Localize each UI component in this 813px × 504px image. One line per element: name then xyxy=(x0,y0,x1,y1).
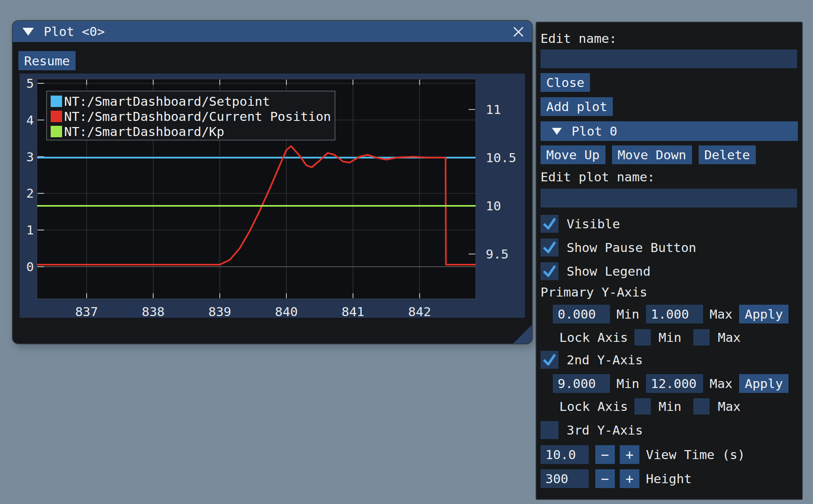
second-y-axis-label: 2nd Y-Axis xyxy=(567,352,643,367)
collapse-arrow-icon[interactable] xyxy=(22,28,34,36)
show-pause-checkbox[interactable] xyxy=(541,239,558,256)
show-legend-label: Show Legend xyxy=(567,264,650,279)
primary-max-label: Max xyxy=(710,307,733,321)
second-max-label: Max xyxy=(710,376,733,391)
y2-axis-tick-label: 10.5 xyxy=(486,150,516,165)
legend-label: NT:/SmartDashboard/Setpoint xyxy=(64,94,270,109)
close-icon[interactable] xyxy=(511,25,525,39)
height-input[interactable] xyxy=(541,469,589,488)
plot-window-titlebar[interactable]: Plot <0> xyxy=(13,21,532,42)
plot0-header-label: Plot 0 xyxy=(572,124,617,138)
edit-plot-name-input[interactable] xyxy=(541,189,797,207)
move-up-button[interactable]: Move Up xyxy=(541,145,605,164)
legend-item[interactable]: NT:/SmartDashboard/Current Position xyxy=(47,109,335,124)
view-time-label: View Time (s) xyxy=(646,447,745,462)
close-button[interactable]: Close xyxy=(541,73,590,92)
primary-lock-axis-label: Lock Axis xyxy=(559,330,628,345)
legend-swatch-icon xyxy=(51,96,62,107)
y-axis-tick-label: 5 xyxy=(13,76,34,91)
x-axis-tick-label: 839 xyxy=(208,304,231,319)
primary-y-axis-label: Primary Y-Axis xyxy=(541,285,798,299)
legend-label: NT:/SmartDashboard/Kp xyxy=(64,124,224,139)
y2-axis-tick-label: 11 xyxy=(486,102,501,117)
y2-axis-tick-label: 9.5 xyxy=(486,247,509,261)
third-y-axis-checkbox[interactable] xyxy=(541,421,558,439)
x-axis-tick-label: 842 xyxy=(408,304,431,319)
height-decrement-button[interactable]: − xyxy=(595,469,615,488)
delete-button[interactable]: Delete xyxy=(699,145,756,164)
check-icon xyxy=(541,215,558,233)
edit-name-label: Edit name: xyxy=(541,31,798,45)
view-time-input[interactable] xyxy=(541,445,589,464)
y2-axis-tick-label: 10 xyxy=(486,198,501,213)
second-lock-axis-label: Lock Axis xyxy=(559,399,628,414)
y-axis-tick-label: 3 xyxy=(13,149,34,164)
close-x-glyph xyxy=(512,25,525,38)
view-time-decrement-button[interactable]: − xyxy=(595,445,615,464)
x-axis-tick-label: 837 xyxy=(75,304,98,319)
plot-canvas[interactable]: NT:/SmartDashboard/SetpointNT:/SmartDash… xyxy=(37,79,476,299)
y-axis-tick-label: 4 xyxy=(13,113,34,127)
check-icon xyxy=(541,351,558,369)
second-max-input[interactable] xyxy=(646,374,703,393)
x-axis-tick-label: 838 xyxy=(142,304,165,319)
plot-settings-panel: Edit name: Close Add plot Plot 0 Move Up… xyxy=(536,22,802,499)
plot-frame: NT:/SmartDashboard/SetpointNT:/SmartDash… xyxy=(20,74,525,318)
move-down-button[interactable]: Move Down xyxy=(612,145,692,164)
plot0-header[interactable]: Plot 0 xyxy=(541,121,798,141)
resize-grip[interactable] xyxy=(513,325,532,343)
view-time-increment-button[interactable]: + xyxy=(620,445,639,464)
show-pause-label: Show Pause Button xyxy=(567,240,696,255)
primary-min-label: Min xyxy=(616,307,639,321)
plot-legend: NT:/SmartDashboard/SetpointNT:/SmartDash… xyxy=(46,91,335,140)
height-increment-button[interactable]: + xyxy=(620,469,639,488)
x-axis-tick-label: 840 xyxy=(275,304,298,319)
add-plot-button[interactable]: Add plot xyxy=(541,97,613,116)
visible-label: Visible xyxy=(567,216,620,231)
legend-swatch-icon xyxy=(51,111,62,122)
resume-button[interactable]: Resume xyxy=(18,51,76,70)
second-lock-max-checkbox[interactable] xyxy=(693,398,710,415)
legend-label: NT:/SmartDashboard/Current Position xyxy=(64,109,331,124)
plot-window-title: Plot <0> xyxy=(44,24,105,39)
third-y-axis-label: 3rd Y-Axis xyxy=(567,423,643,437)
visible-checkbox[interactable] xyxy=(541,215,558,233)
primary-lock-max-checkbox[interactable] xyxy=(693,329,710,346)
second-lock-min-label: Min xyxy=(659,399,681,414)
primary-lock-max-label: Max xyxy=(718,330,741,345)
second-min-input[interactable] xyxy=(553,374,610,393)
second-y-axis-checkbox[interactable] xyxy=(541,351,558,369)
primary-lock-min-checkbox[interactable] xyxy=(634,329,651,346)
legend-swatch-icon xyxy=(51,126,62,137)
primary-lock-min-label: Min xyxy=(659,330,681,345)
primary-min-input[interactable] xyxy=(553,305,610,323)
plot-window: Plot <0> Resume NT:/SmartDashboard/Setpo… xyxy=(13,21,532,343)
desktop: Plot <0> Resume NT:/SmartDashboard/Setpo… xyxy=(0,0,813,504)
legend-item[interactable]: NT:/SmartDashboard/Kp xyxy=(47,124,335,139)
collapse-arrow-icon xyxy=(552,128,562,135)
show-legend-checkbox[interactable] xyxy=(541,262,558,280)
y-axis-tick-label: 2 xyxy=(13,186,34,201)
check-icon xyxy=(541,262,558,280)
height-label: Height xyxy=(646,471,692,486)
y-axis-tick-label: 1 xyxy=(13,223,34,237)
check-icon xyxy=(541,239,558,256)
edit-name-input[interactable] xyxy=(541,49,797,68)
y-axis-tick-label: 0 xyxy=(13,259,34,274)
primary-apply-button[interactable]: Apply xyxy=(739,305,788,323)
legend-item[interactable]: NT:/SmartDashboard/Setpoint xyxy=(47,94,335,109)
edit-plot-name-label: Edit plot name: xyxy=(541,170,798,184)
x-axis-tick-label: 841 xyxy=(342,304,364,319)
second-apply-button[interactable]: Apply xyxy=(739,374,788,393)
second-lock-min-checkbox[interactable] xyxy=(634,398,651,415)
second-lock-max-label: Max xyxy=(718,399,741,414)
primary-max-input[interactable] xyxy=(646,305,703,323)
second-min-label: Min xyxy=(616,376,639,391)
